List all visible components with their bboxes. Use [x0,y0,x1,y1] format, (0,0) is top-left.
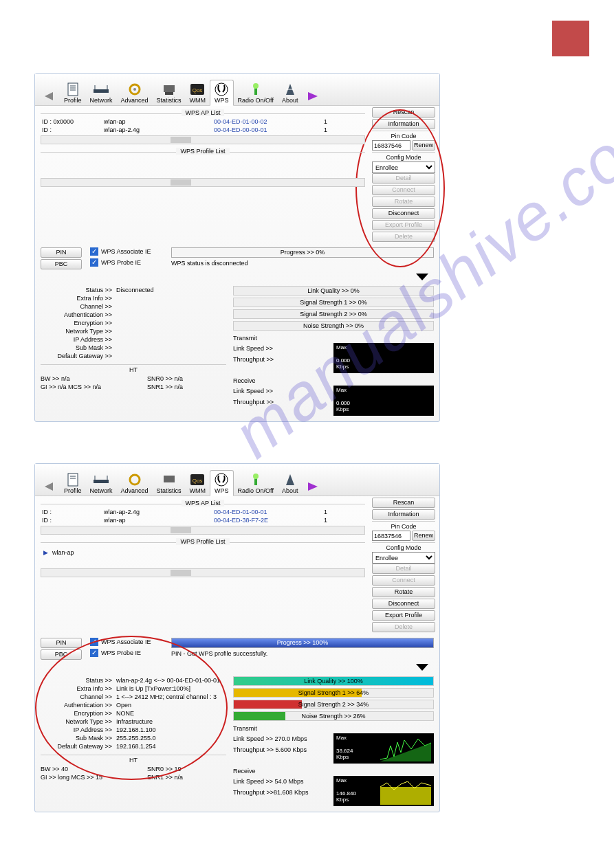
tab-profile[interactable]: Profile [60,80,86,105]
tab-about[interactable]: About [278,80,303,105]
tab-profile[interactable]: Profile [60,471,86,496]
renew-button[interactable]: Renew [412,140,435,151]
export-button[interactable]: Export Profile [372,610,435,621]
svg-point-9 [133,88,136,91]
pincode-input[interactable] [372,531,410,541]
rescan-button[interactable]: Rescan [372,107,435,118]
tab-statistics[interactable]: Statistics [153,80,186,105]
h-scrollbar[interactable] [41,568,365,577]
rotate-button[interactable]: Rotate [372,587,435,597]
svg-point-14 [215,83,228,96]
svg-rect-20 [68,474,78,486]
collapse-toggle-icon[interactable] [416,664,428,671]
assoc-ie-checkbox[interactable]: ✓WPS Associate IE [90,247,166,256]
progress-status: PIN - Get WPS profile successfully. [171,650,434,657]
progress-bar: Progress >> 100% [171,638,434,648]
status-details: Status >>DisconnectedExtra Info >>Channe… [41,286,226,416]
connect-button: Connect [372,575,435,586]
tab-about[interactable]: About [278,471,303,496]
nav-next[interactable] [303,478,323,496]
svg-marker-18 [308,92,318,100]
nav-prev[interactable] [39,478,60,496]
svg-rect-31 [254,478,257,485]
export-button: Export Profile [372,220,435,230]
wps-profile-list[interactable] [35,156,371,177]
ap-row[interactable]: ID :wlan-ap00-04-ED-38-F7-2E1 [35,516,371,524]
configmode-select[interactable]: Enrollee [372,162,435,173]
svg-text:Qos: Qos [193,478,203,484]
tabstrip: Profile Network Advanced Statistics QosW… [35,74,439,106]
tab-advanced[interactable]: Advanced [117,471,153,496]
tab-wps[interactable]: WPS [210,470,234,496]
configmode-label: Config Mode [372,152,435,161]
svg-point-16 [253,83,259,89]
page-badge [552,21,589,56]
nav-prev[interactable] [39,87,60,105]
rx-graph: Max0.000Kbps [333,386,434,416]
quality-bar: Signal Strength 2 >> 34% [233,700,434,709]
svg-rect-34 [380,787,431,805]
wps-profile-list[interactable]: ▶wlan-ap [35,546,371,567]
pbc-button[interactable]: PBC [41,259,82,269]
probe-ie-checkbox[interactable]: ✓WPS Probe IE [90,649,166,657]
wps-ap-list: WPS AP List ID : 0x0000wlan-ap00-04-ED-0… [35,106,371,245]
ap-row[interactable]: ID : 0x0000wlan-ap00-04-ED-01-00-021 [35,118,371,126]
pin-button[interactable]: PIN [41,638,82,648]
configmode-select[interactable]: Enrollee [372,552,435,564]
tabstrip: Profile Network Advanced Statistics QosW… [35,464,439,496]
renew-button[interactable]: Renew [412,531,435,541]
svg-rect-23 [94,480,109,483]
tab-statistics[interactable]: Statistics [153,471,186,496]
svg-rect-1 [68,83,78,96]
pin-button[interactable]: PIN [41,247,82,258]
tab-network[interactable]: Network [86,471,117,496]
pbc-button[interactable]: PBC [41,649,82,660]
assoc-ie-checkbox[interactable]: ✓WPS Associate IE [90,638,166,646]
delete-button: Delete [372,622,435,632]
tab-radio[interactable]: Radio On/Off [234,80,278,105]
wps-panel-1: Profile Network Advanced Statistics QosW… [34,73,440,422]
h-scrollbar[interactable] [41,135,365,144]
svg-rect-27 [164,476,175,482]
tab-wmm[interactable]: QosWMM [186,80,210,105]
information-button[interactable]: Information [372,119,435,129]
pincode-label: Pin Code [372,131,435,140]
detail-button: Detail [372,173,435,183]
svg-text:Qos: Qos [193,87,203,93]
information-button[interactable]: Information [372,509,435,520]
disconnect-button[interactable]: Disconnect [372,208,435,219]
disconnect-button[interactable]: Disconnect [372,599,435,609]
tab-network[interactable]: Network [86,80,117,105]
ap-row[interactable]: ID :wlan-ap-2.4g00-04-ED-00-00-011 [35,126,371,134]
play-icon: ▶ [43,549,48,556]
tab-wps[interactable]: WPS [210,80,234,106]
nav-next[interactable] [303,87,323,105]
rx-graph: Max146.840Kbps [333,776,434,806]
svg-marker-0 [45,92,53,100]
svg-rect-10 [164,85,175,92]
tab-radio[interactable]: Radio On/Off [234,471,278,496]
svg-point-26 [130,475,140,485]
quality-bar: Noise Strength >> 0% [233,321,434,331]
quality-bar: Link Quality >> 100% [233,676,434,686]
tab-wmm[interactable]: QosWMM [186,471,210,496]
svg-rect-11 [165,92,173,95]
tab-advanced[interactable]: Advanced [117,80,153,105]
svg-point-30 [215,474,228,486]
tx-graph: Max0.000Kbps [333,343,434,373]
svg-rect-5 [94,89,109,93]
probe-ie-checkbox[interactable]: ✓WPS Probe IE [90,258,166,267]
h-scrollbar[interactable] [41,526,365,535]
svg-rect-15 [254,88,257,95]
h-scrollbar[interactable] [41,178,365,187]
quality-bar: Signal Strength 1 >> 0% [233,298,434,307]
connect-button: Connect [372,185,435,195]
progress-bar: Progress >> 0% [171,247,434,258]
pincode-input[interactable] [372,140,410,151]
ap-row[interactable]: ID :wlan-ap-2.4g00-04-ED-01-00-011 [35,508,371,516]
rescan-button[interactable]: Rescan [372,498,435,508]
quality-bar: Link Quality >> 0% [233,286,434,296]
collapse-toggle-icon[interactable] [416,274,428,280]
quality-bar: Signal Strength 2 >> 0% [233,309,434,319]
detail-button: Detail [372,564,435,574]
